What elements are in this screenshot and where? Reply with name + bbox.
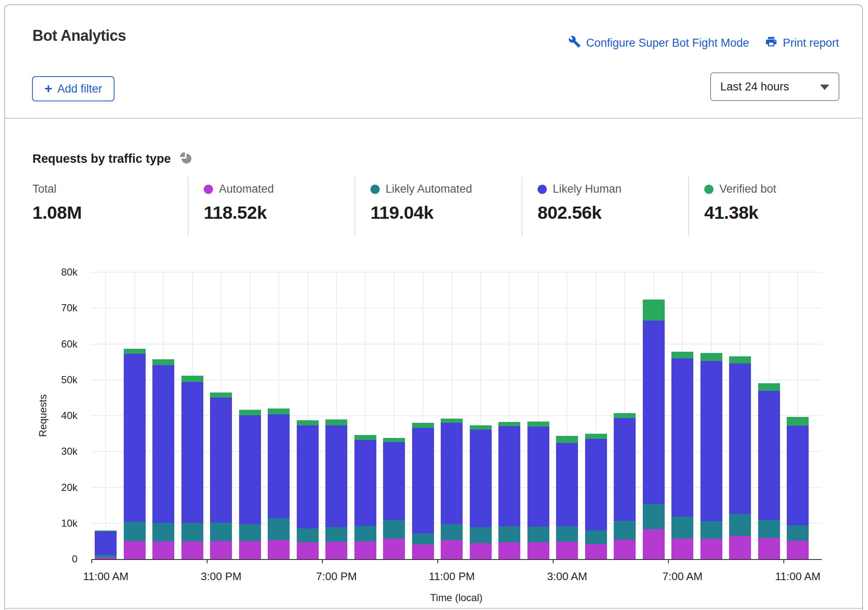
bar-9-00-am[interactable] [729,272,751,559]
bar-segment-likely-human [643,321,665,504]
stat-verified-bot: Verified bot41.38k [688,177,839,236]
bar-segment-likely-human [268,414,290,518]
bar-segment-likely-automated [556,526,578,542]
add-filter-label: Add filter [57,82,102,95]
bar-segment-automated [585,544,607,559]
bar-3-00-am[interactable] [556,272,578,559]
bar-segment-automated [325,542,347,559]
bar-2-00-pm[interactable] [181,272,203,559]
stat-label: Likely Automated [386,183,472,196]
bar-segment-likely-human [614,418,636,521]
bar-segment-automated [297,542,319,559]
bar-11-00-am[interactable] [95,272,117,559]
bar-segment-automated [527,542,549,559]
bar-segment-verified-bot [152,359,174,365]
bar-segment-likely-automated [700,521,722,539]
bar-segment-verified-bot [671,352,693,358]
header-links: Configure Super Bot Fight Mode Print rep… [568,35,839,51]
bar-12-00-am[interactable] [470,272,492,559]
stat-value: 41.38k [704,202,839,223]
y-tick-label: 30k [5,446,77,457]
bar-segment-verified-bot [643,300,665,321]
bar-segment-likely-human [498,426,520,527]
bar-segment-likely-automated [325,527,347,542]
bar-6-00-am[interactable] [643,272,665,559]
legend-dot [204,185,213,194]
bar-segment-likely-human [758,391,780,520]
stat-value: 119.04k [370,202,522,223]
time-range-value: Last 24 hours [720,80,789,93]
x-tick [437,559,438,563]
bar-7-00-pm[interactable] [325,272,347,559]
bar-3-00-pm[interactable] [210,272,232,559]
page: Bot Analytics Configure Super Bot Fight … [0,0,868,610]
bar-segment-likely-human [95,531,117,554]
bar-segment-likely-automated [181,523,203,541]
bar-segment-verified-bot [729,356,751,363]
bar-segment-verified-bot [239,410,261,415]
bar-segment-verified-bot [787,417,809,426]
legend-dot [538,185,547,194]
bar-10-00-am[interactable] [758,272,780,559]
bar-segment-verified-bot [470,425,492,430]
bar-segment-likely-human [585,439,607,530]
stat-label: Verified bot [719,183,776,196]
bar-10-00-pm[interactable] [412,272,434,559]
bar-12-00-pm[interactable] [124,272,146,559]
bar-segment-verified-bot [585,434,607,438]
bar-4-00-am[interactable] [585,272,607,559]
bar-1-00-am[interactable] [498,272,520,559]
x-tick-label: 11:00 PM [414,570,490,583]
bar-segment-verified-bot [614,413,636,418]
bar-segment-verified-bot [700,353,722,361]
bar-segment-automated [210,541,232,559]
time-range-select[interactable]: Last 24 hours [710,72,839,101]
bar-segment-likely-human [124,354,146,522]
bar-segment-likely-automated [239,524,261,541]
bar-segment-automated [643,529,665,559]
y-tick-label: 70k [5,302,77,314]
bar-6-00-pm[interactable] [297,272,319,559]
bar-segment-likely-automated [412,533,434,544]
bar-8-00-am[interactable] [700,272,722,559]
bar-segment-automated [787,541,809,559]
bar-1-00-pm[interactable] [152,272,174,559]
bar-segment-likely-human [354,440,376,526]
y-tick-label: 0 [5,553,77,565]
bar-segment-likely-automated [441,524,463,540]
bar-segment-likely-automated [758,520,780,538]
card-header: Bot Analytics Configure Super Bot Fight … [5,5,862,119]
bar-segment-verified-bot [297,420,319,425]
bar-7-00-am[interactable] [671,272,693,559]
legend-dot [370,185,380,194]
bar-segment-automated [239,541,261,559]
bar-segment-likely-automated [527,527,549,542]
configure-super-bot-fight-mode-link[interactable]: Configure Super Bot Fight Mode [568,35,749,51]
bar-11-00-pm[interactable] [441,272,463,559]
bar-segment-verified-bot [412,423,434,428]
bar-9-00-pm[interactable] [383,272,405,559]
requests-by-traffic-type-chart [91,272,822,559]
bar-4-00-pm[interactable] [239,272,261,559]
bar-segment-likely-automated [498,526,520,542]
bar-5-00-pm[interactable] [268,272,290,559]
bar-segment-automated [614,540,636,559]
print-report-link[interactable]: Print report [765,35,839,51]
bar-8-00-pm[interactable] [354,272,376,559]
bar-segment-likely-human [470,430,492,527]
bar-segment-likely-automated [210,522,232,541]
bar-segment-likely-automated [787,525,809,541]
x-tick-label: 3:00 AM [529,570,605,583]
bar-2-00-am[interactable] [527,272,549,559]
page-title: Bot Analytics [32,27,126,45]
bar-segment-likely-human [325,425,347,527]
add-filter-button[interactable]: + Add filter [32,76,114,101]
bar-5-00-am[interactable] [614,272,636,559]
stat-label: Likely Human [553,183,622,196]
bar-segment-likely-automated [124,522,146,541]
bar-segment-automated [181,541,203,559]
bar-segment-likely-automated [268,518,290,540]
pie-chart-icon [178,151,194,167]
x-tick-label: 3:00 PM [183,570,259,583]
bar-11-00-am[interactable] [787,272,809,559]
